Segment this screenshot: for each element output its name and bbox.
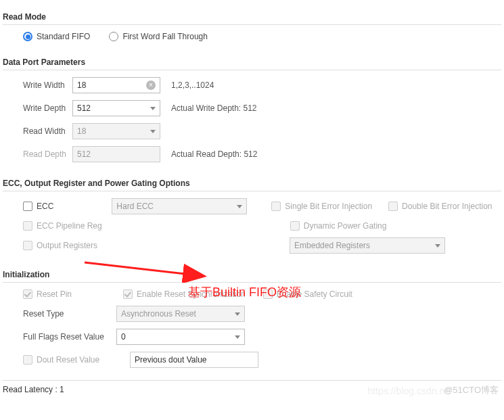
checkbox-icon [23,221,32,231]
select-value: 512 [77,103,91,113]
checkbox-icon [23,241,32,250]
label-write-depth: Write Depth [23,103,67,113]
checkbox-icon [23,202,32,211]
radio-icon [109,32,118,41]
checkbox-label: Enable Reset Synchronization [137,289,246,299]
checkbox-label: Enable Safety Circuit [277,289,352,299]
radio-icon [23,32,32,41]
label-full-flags: Full Flags Reset Value [23,332,111,342]
checkbox-safety: Enable Safety Circuit [263,289,352,299]
chevron-down-icon [150,130,156,133]
checkbox-ecc-pipeline: ECC Pipeline Reg [23,221,102,231]
checkbox-reset-pin: Reset Pin [23,289,72,299]
checkbox-single-bit: Single Bit Error Injection [271,202,372,211]
select-ecc-type: Hard ECC [112,198,247,214]
chevron-down-icon [435,244,440,248]
checkbox-ecc[interactable]: ECC [23,202,53,211]
section-title-init: Initialization [3,270,501,283]
checkbox-icon [263,289,273,299]
label-write-width: Write Width [23,80,67,90]
input-write-width[interactable]: 18 × [72,77,160,93]
divider [3,380,501,381]
input-read-depth: 512 [72,146,160,162]
checkbox-label: Double Bit Error Injection [402,202,492,211]
input-dout-reset: Previous dout Value [130,352,258,368]
select-full-flags[interactable]: 0 [116,329,245,345]
section-title-ecc: ECC, Output Register and Power Gating Op… [3,179,501,191]
radio-label: First Word Fall Through [122,32,208,41]
checkbox-label: Single Bit Error Injection [285,202,372,211]
label-reset-type: Reset Type [23,309,111,319]
checkbox-label: Dynamic Power Gating [304,221,387,231]
select-value: Embedded Registers [294,241,370,250]
hint-write-depth: Actual Write Depth: 512 [171,103,257,113]
select-value: Asynchronous Reset [121,309,196,319]
checkbox-output-registers: Output Registers [23,241,97,250]
input-value: Previous dout Value [135,355,207,365]
checkbox-label: ECC [37,202,53,211]
section-title-read-mode: Read Mode [3,12,501,25]
checkbox-icon [23,355,32,365]
radio-standard-fifo[interactable]: Standard FIFO [23,32,90,41]
checkbox-enable-sync: Enable Reset Synchronization [123,289,246,299]
select-write-depth[interactable]: 512 [72,100,160,116]
radio-label: Standard FIFO [37,32,90,41]
chevron-down-icon [235,335,240,339]
checkbox-label: ECC Pipeline Reg [37,221,102,231]
chevron-down-icon [237,205,242,208]
checkbox-icon [123,289,133,299]
chevron-down-icon [150,107,156,110]
checkbox-double-bit: Double Bit Error Injection [388,202,492,211]
checkbox-icon [388,202,398,211]
select-reset-type: Asynchronous Reset [116,306,245,322]
hint-write-width: 1,2,3,..1024 [171,80,214,90]
input-value: 512 [77,149,91,159]
select-embedded-registers: Embedded Registers [290,237,445,254]
select-value: 18 [77,126,86,136]
radio-fwft[interactable]: First Word Fall Through [109,32,208,41]
checkbox-icon [290,221,300,231]
checkbox-dout-reset: Dout Reset Value [23,355,124,365]
clear-icon[interactable]: × [146,80,156,90]
checkbox-icon [23,289,32,299]
watermark-51cto: @51CTO博客 [444,384,499,396]
select-read-width: 18 [72,123,160,139]
watermark-csdn: https://blog.csdn.ne [368,386,450,396]
checkbox-label: Dout Reset Value [37,355,99,365]
select-value: Hard ECC [116,202,154,211]
checkbox-icon [271,202,281,211]
section-title-data-port: Data Port Parameters [3,57,501,70]
label-read-width: Read Width [23,126,67,136]
checkbox-dpg: Dynamic Power Gating [290,221,387,231]
chevron-down-icon [235,312,240,316]
hint-read-depth: Actual Read Depth: 512 [171,149,257,159]
select-value: 0 [121,332,126,342]
label-read-depth: Read Depth [23,149,67,159]
checkbox-label: Reset Pin [37,289,72,299]
input-value: 18 [77,80,86,90]
checkbox-label: Output Registers [37,241,97,250]
